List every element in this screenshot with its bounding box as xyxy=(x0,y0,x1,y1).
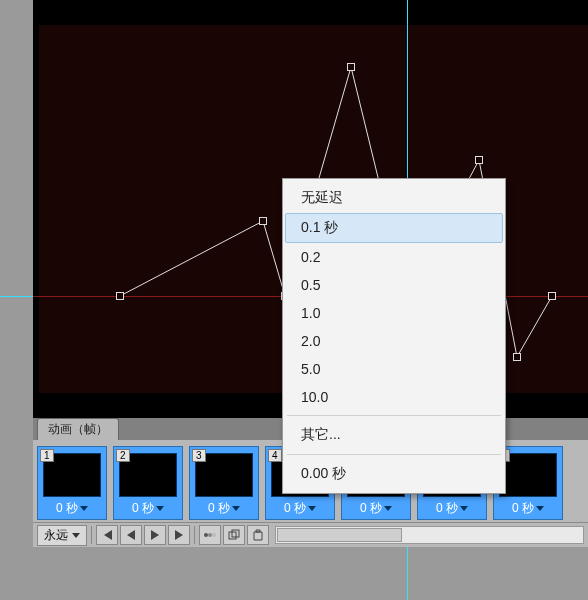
frame-delay-label: 0 秒 xyxy=(284,500,306,517)
chevron-down-icon xyxy=(80,506,88,511)
tween-button[interactable] xyxy=(199,525,221,545)
frame-delay-button[interactable]: 0 秒 xyxy=(436,497,468,519)
frame-number: 1 xyxy=(40,449,54,462)
duplicate-frame-button[interactable] xyxy=(223,525,245,545)
panel-tab-animation[interactable]: 动画（帧） xyxy=(37,418,119,440)
chevron-down-icon xyxy=(460,506,468,511)
frame-delay-button[interactable]: 0 秒 xyxy=(208,497,240,519)
frame-delay-button[interactable]: 0 秒 xyxy=(360,497,392,519)
frame-delay-button[interactable]: 0 秒 xyxy=(56,497,88,519)
frame-delay-button[interactable]: 0 秒 xyxy=(132,497,164,519)
next-frame-button[interactable] xyxy=(168,525,190,545)
frame-number: 3 xyxy=(192,449,206,462)
frame-delay-button[interactable]: 0 秒 xyxy=(284,497,316,519)
frame-delay-label: 0 秒 xyxy=(512,500,534,517)
anchor-point[interactable] xyxy=(116,292,124,300)
scrollbar-thumb[interactable] xyxy=(277,528,402,542)
menu-item-0-5s[interactable]: 0.5 xyxy=(285,271,503,299)
menu-item-other[interactable]: 其它... xyxy=(285,420,503,450)
delete-frame-button[interactable] xyxy=(247,525,269,545)
anchor-point[interactable] xyxy=(548,292,556,300)
menu-item-no-delay[interactable]: 无延迟 xyxy=(285,183,503,213)
svg-point-0 xyxy=(204,533,208,537)
separator xyxy=(194,526,195,544)
frame-number: 4 xyxy=(268,449,282,462)
frame-delay-label: 0 秒 xyxy=(360,500,382,517)
menu-item-10-0s[interactable]: 10.0 xyxy=(285,383,503,411)
chevron-down-icon xyxy=(156,506,164,511)
menu-item-current[interactable]: 0.00 秒 xyxy=(285,459,503,489)
loop-selector[interactable]: 永远 xyxy=(37,525,87,546)
chevron-down-icon xyxy=(308,506,316,511)
frame-delay-button[interactable]: 0 秒 xyxy=(512,497,544,519)
frame-thumb[interactable]: 3 0 秒 xyxy=(189,446,259,520)
frame-number: 2 xyxy=(116,449,130,462)
loop-label: 永远 xyxy=(44,527,68,544)
menu-item-1-0s[interactable]: 1.0 xyxy=(285,299,503,327)
anchor-point[interactable] xyxy=(513,353,521,361)
menu-item-0-2s[interactable]: 0.2 xyxy=(285,243,503,271)
prev-frame-button[interactable] xyxy=(120,525,142,545)
svg-point-2 xyxy=(212,533,216,537)
chevron-down-icon xyxy=(72,533,80,538)
menu-item-0-1s[interactable]: 0.1 秒 xyxy=(285,213,503,243)
frame-delay-label: 0 秒 xyxy=(132,500,154,517)
play-button[interactable] xyxy=(144,525,166,545)
chevron-down-icon xyxy=(232,506,240,511)
timeline-controls: 永远 xyxy=(33,522,588,547)
frame-thumb[interactable]: 1 0 秒 xyxy=(37,446,107,520)
horizontal-scrollbar[interactable] xyxy=(275,526,584,544)
menu-separator xyxy=(287,454,501,455)
menu-item-2-0s[interactable]: 2.0 xyxy=(285,327,503,355)
svg-point-1 xyxy=(208,533,212,537)
chevron-down-icon xyxy=(536,506,544,511)
first-frame-button[interactable] xyxy=(96,525,118,545)
frame-delay-label: 0 秒 xyxy=(56,500,78,517)
separator xyxy=(91,526,92,544)
frame-delay-menu: 无延迟 0.1 秒 0.2 0.5 1.0 2.0 5.0 10.0 其它...… xyxy=(282,178,506,494)
menu-separator xyxy=(287,415,501,416)
frame-thumb[interactable]: 2 0 秒 xyxy=(113,446,183,520)
chevron-down-icon xyxy=(384,506,392,511)
frame-delay-label: 0 秒 xyxy=(208,500,230,517)
frame-delay-label: 0 秒 xyxy=(436,500,458,517)
anchor-point[interactable] xyxy=(475,156,483,164)
anchor-point[interactable] xyxy=(259,217,267,225)
anchor-point[interactable] xyxy=(347,63,355,71)
menu-item-5-0s[interactable]: 5.0 xyxy=(285,355,503,383)
